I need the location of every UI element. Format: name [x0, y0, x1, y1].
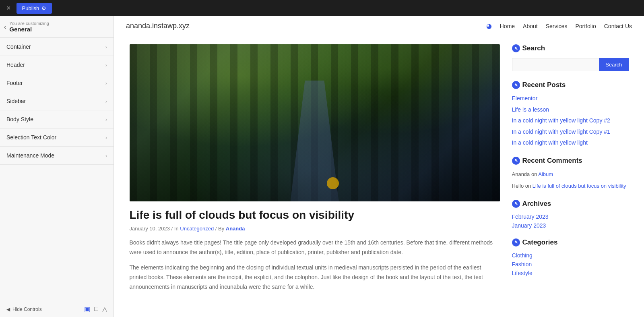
eye-icon: ◀: [6, 307, 10, 312]
archives-icon: ✎: [512, 200, 520, 208]
chevron-right-icon: ›: [105, 80, 107, 86]
archive-feb-2023[interactable]: February 2023: [512, 213, 629, 220]
post-category[interactable]: Uncategorized: [180, 226, 214, 232]
sidebar-item-label: Sidebar: [6, 98, 26, 104]
search-widget-title: ✎ Search: [512, 44, 629, 52]
sidebar-item-label: Footer: [6, 80, 23, 86]
recent-comments-icon: ✎: [512, 157, 520, 165]
comment-author-1: Ananda: [512, 171, 530, 177]
recent-post-4[interactable]: In a cold night with yellow light Copy #…: [512, 128, 629, 136]
nav-about[interactable]: About: [523, 23, 538, 29]
post-meta: January 10, 2023 / In Uncategorized / By…: [130, 226, 500, 232]
customizing-label: You are customizing: [9, 21, 49, 26]
sidebar-item-label: Container: [6, 44, 31, 50]
sidebar-item-label: Body Style: [6, 116, 33, 122]
desktop-icon[interactable]: ▣: [84, 305, 90, 313]
sidebar-item-label: Maintenance Mode: [6, 152, 54, 159]
category-clothing[interactable]: Clothing: [512, 252, 629, 259]
search-button[interactable]: Search: [599, 58, 628, 71]
search-input[interactable]: [512, 58, 599, 71]
category-fashion[interactable]: Fashion: [512, 261, 629, 267]
site-content: Life is full of clouds but focus on visi…: [118, 36, 641, 305]
main-content: Life is full of clouds but focus on visi…: [130, 44, 500, 297]
recent-post-1[interactable]: Elementor: [512, 95, 629, 103]
sidebar-item-sidebar[interactable]: Sidebar ›: [0, 92, 114, 110]
recent-post-3[interactable]: In a cold night with yellow light Copy #…: [512, 117, 629, 125]
comment-link-1[interactable]: Album: [538, 171, 553, 177]
site-logo: ananda.instawp.xyz: [126, 22, 190, 30]
archive-jan-2023[interactable]: January 2023: [512, 222, 629, 229]
main-layout: ‹ You are customizing General Container …: [0, 16, 644, 317]
search-row: Search: [512, 58, 629, 71]
gear-icon: ⚙: [41, 5, 46, 11]
post-date: January 10, 2023: [130, 226, 170, 232]
back-arrow-icon[interactable]: ‹: [4, 23, 6, 31]
hero-image: [130, 44, 500, 201]
hide-controls-label: Hide Controls: [12, 307, 42, 312]
categories-title: ✎ Categories: [512, 238, 629, 247]
categories-icon: ✎: [512, 238, 520, 247]
sidebar-item-container[interactable]: Container ›: [0, 38, 114, 56]
recent-posts-icon: ✎: [512, 81, 520, 89]
mobile-icon[interactable]: △: [102, 305, 107, 313]
category-lifestyle[interactable]: Lifestyle: [512, 270, 629, 276]
device-icons: ▣ □ △: [84, 305, 107, 313]
recent-posts-title: ✎ Recent Posts: [512, 81, 629, 89]
comment-2: Hello on Life is full of clouds but focu…: [512, 182, 629, 190]
sidebar-item-header[interactable]: Header ›: [0, 56, 114, 74]
chevron-right-icon: ›: [105, 98, 107, 104]
recent-posts-widget: ✎ Recent Posts Elementor Life is a lesso…: [512, 81, 629, 147]
bottom-controls: ◀ Hide Controls ▣ □ △: [0, 301, 114, 317]
section-title: General: [9, 26, 49, 33]
chevron-right-icon: ›: [105, 116, 107, 122]
chevron-right-icon: ›: [105, 135, 107, 141]
post-title: Life is full of clouds but focus on visi…: [130, 208, 500, 222]
nav-search-icon[interactable]: ◕: [486, 22, 492, 30]
preview-area: ananda.instawp.xyz ◕ Home About Services…: [114, 16, 644, 317]
recent-comments-title: ✎ Recent Comments: [512, 157, 629, 165]
sidebar-item-selection-text-color[interactable]: Selection Text Color ›: [0, 128, 114, 147]
recent-comments-label: Recent Comments: [522, 157, 582, 165]
archives-label: Archives: [522, 200, 551, 208]
left-sidebar: ‹ You are customizing General Container …: [0, 16, 114, 317]
comment-link-2[interactable]: Life is full of clouds but focus on visi…: [533, 183, 626, 189]
archives-title: ✎ Archives: [512, 200, 629, 208]
nav-portfolio[interactable]: Portfolio: [575, 23, 596, 29]
archives-widget: ✎ Archives February 2023 January 2023: [512, 200, 629, 229]
recent-post-2[interactable]: Life is a lesson: [512, 106, 629, 114]
categories-label: Categories: [522, 238, 558, 247]
categories-widget: ✎ Categories Clothing Fashion Lifestyle: [512, 238, 629, 276]
publish-label: Publish: [22, 5, 39, 11]
close-icon[interactable]: ×: [4, 4, 13, 12]
sidebar-item-body-style[interactable]: Body Style ›: [0, 110, 114, 128]
nav-services[interactable]: Services: [546, 23, 568, 29]
sidebar-item-label: Header: [6, 62, 25, 68]
site-header: ananda.instawp.xyz ◕ Home About Services…: [114, 16, 644, 36]
yellow-circle: [327, 177, 339, 189]
nav-contact[interactable]: Contact Us: [604, 23, 632, 29]
sidebar-items: Container › Header › Footer › Sidebar › …: [0, 38, 114, 301]
sidebar-item-label: Selection Text Color: [6, 134, 56, 141]
comment-author-2: Hello: [512, 183, 524, 189]
top-bar: × Publish ⚙: [0, 0, 644, 16]
nav-home[interactable]: Home: [500, 23, 515, 29]
recent-post-5[interactable]: In a cold night with yellow light: [512, 139, 629, 147]
chevron-right-icon: ›: [105, 44, 107, 50]
comment-1: Ananda on Album: [512, 170, 629, 178]
publish-button[interactable]: Publish ⚙: [17, 3, 52, 14]
recent-posts-label: Recent Posts: [522, 81, 566, 89]
search-widget-icon: ✎: [512, 44, 520, 52]
sidebar-item-maintenance-mode[interactable]: Maintenance Mode ›: [0, 147, 114, 165]
sidebar-item-footer[interactable]: Footer ›: [0, 74, 114, 92]
site-nav: ◕ Home About Services Portfolio Contact …: [486, 22, 632, 30]
hide-controls-button[interactable]: ◀ Hide Controls: [6, 307, 42, 312]
chevron-right-icon: ›: [105, 153, 107, 159]
right-sidebar: ✎ Search Search ✎ Recent Posts Elementor: [512, 44, 629, 297]
sidebar-title-group: You are customizing General: [9, 21, 49, 33]
tablet-icon[interactable]: □: [94, 305, 98, 313]
search-widget: ✎ Search Search: [512, 44, 629, 71]
search-title-label: Search: [522, 44, 545, 52]
post-excerpt-1: Books didn't always have title pages! Th…: [130, 238, 500, 257]
post-excerpt-2: The elements indicating the beginning an…: [130, 263, 500, 292]
sidebar-header: ‹ You are customizing General: [0, 16, 114, 38]
